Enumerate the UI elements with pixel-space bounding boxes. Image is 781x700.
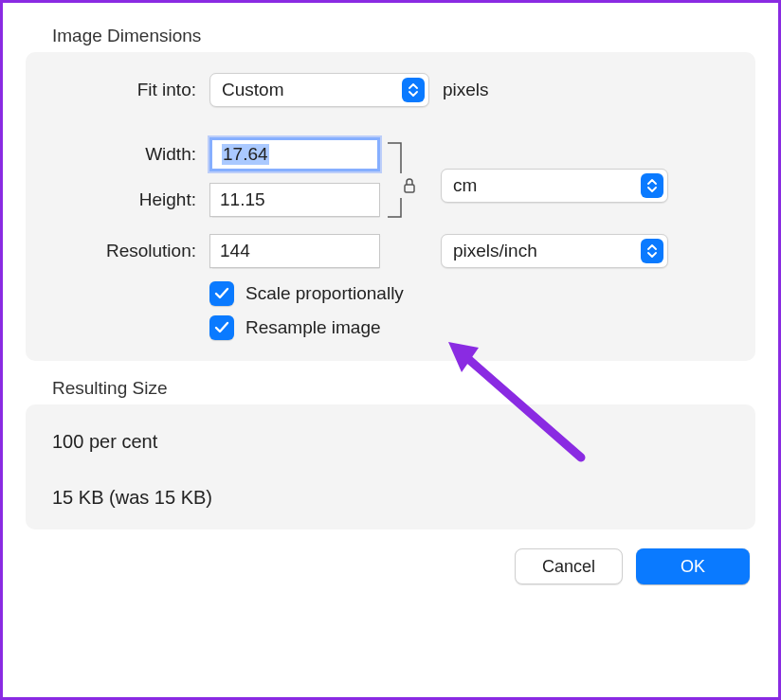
image-dimensions-heading: Image Dimensions [52,26,755,46]
height-input-value: 11.15 [220,189,265,210]
resolution-input-value: 144 [220,241,250,261]
height-label: Height: [48,189,209,210]
resolution-unit-select[interactable]: pixels/inch [441,234,668,268]
resulting-size-panel: 100 per cent 15 KB (was 15 KB) [26,404,755,529]
cancel-button[interactable]: Cancel [515,548,623,584]
resulting-size-heading: Resulting Size [52,378,755,399]
select-stepper-icon [641,173,663,198]
fit-into-unit-label: pixels [443,80,489,100]
lock-icon[interactable] [397,173,422,198]
ok-button[interactable]: OK [636,548,750,584]
resulting-filesize-text: 15 KB (was 15 KB) [52,487,729,509]
fit-into-select[interactable]: Custom [209,73,429,107]
width-input[interactable]: 17.64 [209,137,380,171]
resolution-input[interactable]: 144 [209,234,380,268]
svg-rect-0 [405,185,414,192]
resample-image-label: Resample image [245,317,381,338]
resample-image-checkbox[interactable] [209,315,234,340]
fit-into-label: Fit into: [48,80,209,100]
select-stepper-icon [641,239,663,263]
resulting-percent-text: 100 per cent [52,431,729,453]
height-input[interactable]: 11.15 [209,183,380,217]
image-dimensions-panel: Fit into: Custom pixels Width: 17.64 [26,52,755,361]
fit-into-value: Custom [222,80,283,100]
width-input-value: 17.64 [222,144,269,165]
scale-proportionally-checkbox[interactable] [209,281,234,306]
aspect-lock-bracket [380,137,418,234]
wh-unit-select[interactable]: cm [441,169,668,203]
resolution-unit-value: pixels/inch [453,241,537,261]
select-stepper-icon [402,78,425,102]
scale-proportionally-label: Scale proportionally [245,283,404,304]
resolution-label: Resolution: [48,241,209,261]
wh-unit-value: cm [453,175,477,196]
width-label: Width: [48,144,209,165]
